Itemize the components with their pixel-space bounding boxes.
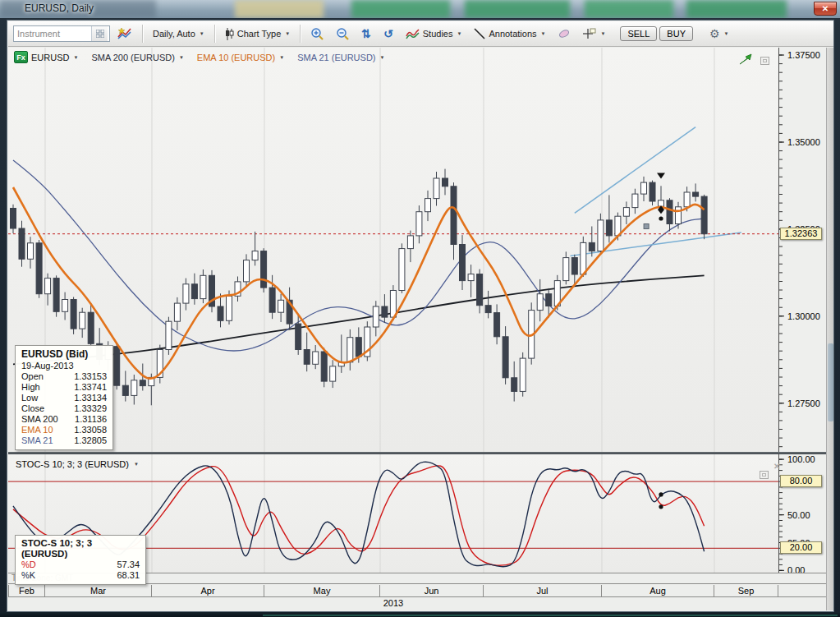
toolbar-separator <box>214 25 215 43</box>
candle-up <box>659 200 664 206</box>
candle-down <box>451 186 457 245</box>
tooltip-title: EURUSD (Bid) <box>21 348 107 361</box>
candle-down <box>693 192 699 196</box>
sell-button[interactable]: SELL <box>620 26 657 41</box>
tooltip-row-value: 1.33134 <box>74 393 107 403</box>
candle-up <box>278 300 284 312</box>
tooltip-row: Close1.33329 <box>21 403 107 414</box>
annotations-dropdown[interactable]: Annotations▼ <box>469 25 550 43</box>
candle-up <box>347 338 353 362</box>
tooltip-row-label: Close <box>21 403 44 414</box>
candle-up <box>227 296 232 320</box>
time-axis[interactable]: FebMarAprMayJunJulAugSep <box>8 583 826 597</box>
studies-dropdown[interactable]: Studies▼ <box>401 25 467 43</box>
tooltip-row-value: 57.34 <box>117 559 140 570</box>
pointer-mode-dropdown[interactable]: ▼ <box>578 25 610 44</box>
fx-icon: Fx <box>14 51 28 63</box>
grid-icon <box>96 30 104 38</box>
tooltip-row-label: %K <box>21 570 35 581</box>
candle-up <box>407 236 413 249</box>
shift-scale-button[interactable]: ⇅ <box>356 25 376 43</box>
legend-ema10-dropdown[interactable]: EMA 10 (EURUSD) ▼ <box>197 53 284 62</box>
candle-down <box>11 209 16 229</box>
candle-down <box>606 220 612 236</box>
candle-up <box>313 352 319 364</box>
candle-down <box>191 284 197 299</box>
candle-up <box>244 260 250 282</box>
legend-symbol-dropdown[interactable]: Fx EURUSD ▼ <box>14 51 78 63</box>
zoom-out-button[interactable] <box>331 24 354 44</box>
price-chart-canvas[interactable] <box>8 48 778 452</box>
restore-indicator-icon[interactable] <box>760 471 769 479</box>
price-axis-label: 1.37500 <box>787 50 820 60</box>
candle-up <box>330 366 336 381</box>
stoch-tooltip: STOC-S 10; 3; 3 (EURUSD) %D57.34%K68.31 <box>15 535 146 585</box>
tooltip-row: %D57.34 <box>21 559 140 570</box>
candle-up <box>62 300 68 312</box>
period-label: Daily, Auto <box>153 29 195 39</box>
candle-up <box>183 284 189 303</box>
zoom-in-button[interactable] <box>305 24 328 44</box>
candle-up <box>399 249 405 291</box>
close-button[interactable]: ✕ <box>814 2 837 16</box>
scrollbar-thumb[interactable] <box>828 343 833 421</box>
legend-sma21-dropdown[interactable]: SMA 21 (EURUSD) ▼ <box>297 53 384 62</box>
chevron-down-icon: ▼ <box>179 55 184 60</box>
candle-down <box>571 258 577 274</box>
period-dropdown[interactable]: Daily, Auto▼ <box>148 25 209 42</box>
background-window-blur <box>585 0 673 18</box>
new-chart-icon <box>117 27 132 40</box>
tooltip-row: EMA 101.33058 <box>21 425 107 435</box>
hover-marker-dot <box>659 492 663 496</box>
background-window-blur <box>465 0 570 18</box>
tooltip-row: SMA 211.32805 <box>21 435 107 446</box>
month-cell: Apr <box>152 585 264 597</box>
stoch-axis[interactable]: 100.0050.0025.000.00 <box>779 454 826 573</box>
tooltip-row: SMA 2001.31136 <box>21 414 107 425</box>
stoch-axis-label: 0.00 <box>787 565 805 573</box>
eraser-icon <box>558 29 571 39</box>
candle-down <box>19 228 25 259</box>
instrument-input[interactable] <box>14 26 91 41</box>
stoch-legend-dropdown[interactable]: STOC-S 10; 3; 3 (EURUSD) ▼ <box>16 459 139 469</box>
candle-down <box>494 313 500 337</box>
month-cell: Aug <box>602 585 714 597</box>
legend-sma200-dropdown[interactable]: SMA 200 (EURUSD) ▼ <box>91 53 183 62</box>
chevron-down-icon: ▼ <box>457 31 461 36</box>
price-axis-label: 1.27500 <box>787 398 820 408</box>
candle-down <box>650 182 655 201</box>
instrument-list-icon[interactable] <box>91 26 108 41</box>
candle-down <box>88 312 94 343</box>
new-chart-button[interactable] <box>112 24 137 44</box>
candle-up <box>468 274 474 281</box>
month-cell: Feb <box>8 585 45 597</box>
chevron-down-icon: ▼ <box>200 31 204 36</box>
price-axis[interactable]: 1.375001.350001.325001.300001.27500 <box>779 48 826 452</box>
settings-dropdown[interactable]: ⚙ ▼ <box>705 24 734 44</box>
restore-panel-icon[interactable] <box>760 57 769 65</box>
gear-icon: ⚙ <box>709 27 720 40</box>
tooltip-row: %K68.31 <box>21 570 140 581</box>
candle-down <box>512 378 517 392</box>
hover-marker-dot <box>659 216 663 220</box>
candle-up <box>598 220 604 251</box>
candle-down <box>503 337 508 378</box>
buy-button[interactable]: BUY <box>659 26 693 41</box>
eraser-button[interactable] <box>553 25 576 42</box>
stoch-tooltip-title: STOC-S 10; 3; 3 (EURUSD) <box>21 538 140 559</box>
tooltip-row-value: 1.33058 <box>74 425 107 435</box>
candle-up <box>28 243 34 260</box>
candle-up <box>581 242 586 274</box>
zoom-in-icon <box>310 27 324 40</box>
candle-down <box>443 178 448 186</box>
undo-button[interactable]: ↺ <box>379 25 398 43</box>
annotations-label: Annotations <box>489 29 536 39</box>
realtime-data-button[interactable] <box>739 53 752 68</box>
vertical-scrollbar[interactable] <box>826 48 833 610</box>
chart-client: Daily, Auto▼ Chart Type▼ ⇅ ↺ Studies▼ An… <box>7 20 834 612</box>
shift-scale-icon: ⇅ <box>361 28 371 39</box>
chart-type-dropdown[interactable]: Chart Type▼ <box>220 25 296 44</box>
stoch-legend-label: STOC-S 10; 3; 3 (EURUSD) <box>16 459 129 469</box>
tooltip-row-value: 68.31 <box>117 570 140 581</box>
close-indicator-icon[interactable]: ✕ <box>773 463 780 471</box>
